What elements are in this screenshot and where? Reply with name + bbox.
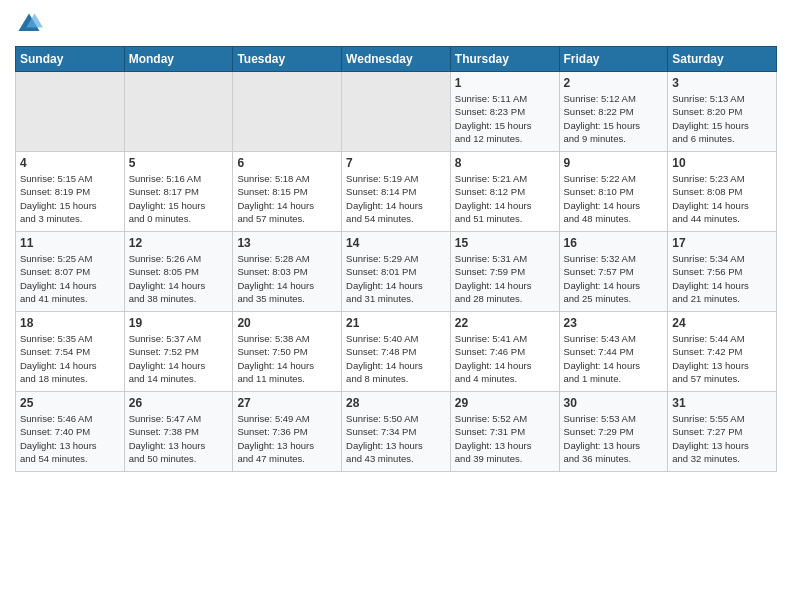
day-number: 20 <box>237 316 337 330</box>
day-number: 17 <box>672 236 772 250</box>
day-info: Sunrise: 5:16 AM Sunset: 8:17 PM Dayligh… <box>129 172 229 225</box>
day-info: Sunrise: 5:38 AM Sunset: 7:50 PM Dayligh… <box>237 332 337 385</box>
calendar-cell: 16Sunrise: 5:32 AM Sunset: 7:57 PM Dayli… <box>559 232 668 312</box>
calendar-cell: 21Sunrise: 5:40 AM Sunset: 7:48 PM Dayli… <box>342 312 451 392</box>
day-info: Sunrise: 5:43 AM Sunset: 7:44 PM Dayligh… <box>564 332 664 385</box>
day-number: 4 <box>20 156 120 170</box>
day-number: 16 <box>564 236 664 250</box>
day-info: Sunrise: 5:35 AM Sunset: 7:54 PM Dayligh… <box>20 332 120 385</box>
day-info: Sunrise: 5:41 AM Sunset: 7:46 PM Dayligh… <box>455 332 555 385</box>
week-row-1: 1Sunrise: 5:11 AM Sunset: 8:23 PM Daylig… <box>16 72 777 152</box>
calendar-cell: 10Sunrise: 5:23 AM Sunset: 8:08 PM Dayli… <box>668 152 777 232</box>
calendar-cell: 2Sunrise: 5:12 AM Sunset: 8:22 PM Daylig… <box>559 72 668 152</box>
day-info: Sunrise: 5:21 AM Sunset: 8:12 PM Dayligh… <box>455 172 555 225</box>
day-header-monday: Monday <box>124 47 233 72</box>
calendar-cell: 13Sunrise: 5:28 AM Sunset: 8:03 PM Dayli… <box>233 232 342 312</box>
calendar-cell: 15Sunrise: 5:31 AM Sunset: 7:59 PM Dayli… <box>450 232 559 312</box>
calendar-cell: 31Sunrise: 5:55 AM Sunset: 7:27 PM Dayli… <box>668 392 777 472</box>
day-number: 24 <box>672 316 772 330</box>
calendar-cell <box>16 72 125 152</box>
day-number: 30 <box>564 396 664 410</box>
day-info: Sunrise: 5:50 AM Sunset: 7:34 PM Dayligh… <box>346 412 446 465</box>
week-row-4: 18Sunrise: 5:35 AM Sunset: 7:54 PM Dayli… <box>16 312 777 392</box>
calendar-cell: 19Sunrise: 5:37 AM Sunset: 7:52 PM Dayli… <box>124 312 233 392</box>
week-row-5: 25Sunrise: 5:46 AM Sunset: 7:40 PM Dayli… <box>16 392 777 472</box>
day-info: Sunrise: 5:37 AM Sunset: 7:52 PM Dayligh… <box>129 332 229 385</box>
calendar-cell: 24Sunrise: 5:44 AM Sunset: 7:42 PM Dayli… <box>668 312 777 392</box>
day-info: Sunrise: 5:19 AM Sunset: 8:14 PM Dayligh… <box>346 172 446 225</box>
day-number: 15 <box>455 236 555 250</box>
day-number: 3 <box>672 76 772 90</box>
day-header-saturday: Saturday <box>668 47 777 72</box>
day-number: 5 <box>129 156 229 170</box>
day-info: Sunrise: 5:52 AM Sunset: 7:31 PM Dayligh… <box>455 412 555 465</box>
calendar-cell: 23Sunrise: 5:43 AM Sunset: 7:44 PM Dayli… <box>559 312 668 392</box>
day-number: 7 <box>346 156 446 170</box>
week-row-3: 11Sunrise: 5:25 AM Sunset: 8:07 PM Dayli… <box>16 232 777 312</box>
day-header-friday: Friday <box>559 47 668 72</box>
day-number: 28 <box>346 396 446 410</box>
day-number: 12 <box>129 236 229 250</box>
day-number: 1 <box>455 76 555 90</box>
calendar-cell: 29Sunrise: 5:52 AM Sunset: 7:31 PM Dayli… <box>450 392 559 472</box>
day-info: Sunrise: 5:46 AM Sunset: 7:40 PM Dayligh… <box>20 412 120 465</box>
header <box>15 10 777 38</box>
day-header-thursday: Thursday <box>450 47 559 72</box>
day-info: Sunrise: 5:12 AM Sunset: 8:22 PM Dayligh… <box>564 92 664 145</box>
calendar-table: SundayMondayTuesdayWednesdayThursdayFrid… <box>15 46 777 472</box>
calendar-cell <box>124 72 233 152</box>
day-number: 6 <box>237 156 337 170</box>
day-number: 10 <box>672 156 772 170</box>
day-number: 22 <box>455 316 555 330</box>
day-number: 25 <box>20 396 120 410</box>
day-number: 2 <box>564 76 664 90</box>
day-number: 26 <box>129 396 229 410</box>
day-number: 11 <box>20 236 120 250</box>
day-info: Sunrise: 5:11 AM Sunset: 8:23 PM Dayligh… <box>455 92 555 145</box>
day-info: Sunrise: 5:15 AM Sunset: 8:19 PM Dayligh… <box>20 172 120 225</box>
day-number: 19 <box>129 316 229 330</box>
day-header-sunday: Sunday <box>16 47 125 72</box>
day-number: 27 <box>237 396 337 410</box>
day-info: Sunrise: 5:25 AM Sunset: 8:07 PM Dayligh… <box>20 252 120 305</box>
week-row-2: 4Sunrise: 5:15 AM Sunset: 8:19 PM Daylig… <box>16 152 777 232</box>
calendar-cell: 1Sunrise: 5:11 AM Sunset: 8:23 PM Daylig… <box>450 72 559 152</box>
day-number: 13 <box>237 236 337 250</box>
calendar-cell: 5Sunrise: 5:16 AM Sunset: 8:17 PM Daylig… <box>124 152 233 232</box>
calendar-cell: 20Sunrise: 5:38 AM Sunset: 7:50 PM Dayli… <box>233 312 342 392</box>
day-info: Sunrise: 5:29 AM Sunset: 8:01 PM Dayligh… <box>346 252 446 305</box>
day-info: Sunrise: 5:49 AM Sunset: 7:36 PM Dayligh… <box>237 412 337 465</box>
calendar-cell: 22Sunrise: 5:41 AM Sunset: 7:46 PM Dayli… <box>450 312 559 392</box>
day-number: 8 <box>455 156 555 170</box>
calendar-cell: 4Sunrise: 5:15 AM Sunset: 8:19 PM Daylig… <box>16 152 125 232</box>
day-info: Sunrise: 5:22 AM Sunset: 8:10 PM Dayligh… <box>564 172 664 225</box>
calendar-cell: 3Sunrise: 5:13 AM Sunset: 8:20 PM Daylig… <box>668 72 777 152</box>
calendar-cell: 27Sunrise: 5:49 AM Sunset: 7:36 PM Dayli… <box>233 392 342 472</box>
day-info: Sunrise: 5:34 AM Sunset: 7:56 PM Dayligh… <box>672 252 772 305</box>
calendar-cell: 26Sunrise: 5:47 AM Sunset: 7:38 PM Dayli… <box>124 392 233 472</box>
logo-icon <box>15 10 43 38</box>
logo <box>15 10 47 38</box>
calendar-cell: 9Sunrise: 5:22 AM Sunset: 8:10 PM Daylig… <box>559 152 668 232</box>
day-header-tuesday: Tuesday <box>233 47 342 72</box>
day-info: Sunrise: 5:31 AM Sunset: 7:59 PM Dayligh… <box>455 252 555 305</box>
calendar-cell <box>342 72 451 152</box>
day-info: Sunrise: 5:44 AM Sunset: 7:42 PM Dayligh… <box>672 332 772 385</box>
calendar-cell: 7Sunrise: 5:19 AM Sunset: 8:14 PM Daylig… <box>342 152 451 232</box>
day-info: Sunrise: 5:40 AM Sunset: 7:48 PM Dayligh… <box>346 332 446 385</box>
day-number: 18 <box>20 316 120 330</box>
calendar-cell: 14Sunrise: 5:29 AM Sunset: 8:01 PM Dayli… <box>342 232 451 312</box>
day-number: 29 <box>455 396 555 410</box>
calendar-cell: 11Sunrise: 5:25 AM Sunset: 8:07 PM Dayli… <box>16 232 125 312</box>
calendar-cell: 12Sunrise: 5:26 AM Sunset: 8:05 PM Dayli… <box>124 232 233 312</box>
header-row: SundayMondayTuesdayWednesdayThursdayFrid… <box>16 47 777 72</box>
day-info: Sunrise: 5:13 AM Sunset: 8:20 PM Dayligh… <box>672 92 772 145</box>
day-number: 23 <box>564 316 664 330</box>
day-number: 31 <box>672 396 772 410</box>
day-number: 21 <box>346 316 446 330</box>
day-header-wednesday: Wednesday <box>342 47 451 72</box>
calendar-cell: 8Sunrise: 5:21 AM Sunset: 8:12 PM Daylig… <box>450 152 559 232</box>
calendar-cell: 25Sunrise: 5:46 AM Sunset: 7:40 PM Dayli… <box>16 392 125 472</box>
day-info: Sunrise: 5:28 AM Sunset: 8:03 PM Dayligh… <box>237 252 337 305</box>
day-number: 9 <box>564 156 664 170</box>
